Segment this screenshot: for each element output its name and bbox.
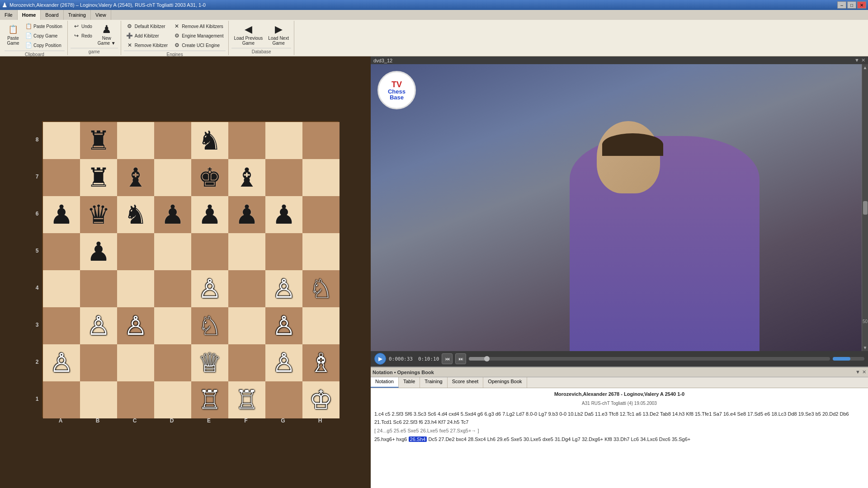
volume-bar[interactable]	[833, 357, 864, 361]
notation-tab-training[interactable]: Training	[420, 377, 447, 388]
square-a3[interactable]	[43, 307, 80, 344]
paste-game-button[interactable]: 📋 PasteGame	[5, 22, 22, 47]
square-c4[interactable]	[117, 270, 154, 307]
notation-close-icon[interactable]: ✕	[862, 369, 866, 375]
square-b7[interactable]: ♜	[80, 159, 117, 196]
new-game-button[interactable]: ♟ NewGame ▼	[95, 22, 118, 47]
create-uci-button[interactable]: ⚙ Create UCI Engine	[171, 41, 226, 50]
square-f7[interactable]: ♝	[228, 159, 265, 196]
square-d4[interactable]	[154, 270, 191, 307]
progress-bar[interactable]	[469, 357, 830, 361]
square-h4[interactable]: ♘	[302, 270, 340, 307]
remove-kibitzer-button[interactable]: ✕ Remove Kibitzer	[124, 41, 170, 50]
square-h5[interactable]	[302, 233, 340, 270]
square-g8[interactable]	[265, 122, 302, 159]
video-close-icon[interactable]: ✕	[861, 57, 865, 63]
square-d5[interactable]	[154, 233, 191, 270]
notation-content[interactable]: Morozevich,Alexander 2678 - Loginov,Vale…	[371, 388, 868, 488]
square-d6[interactable]: ♟	[154, 196, 191, 233]
square-b3[interactable]: ♙	[80, 307, 117, 344]
square-e7[interactable]: ♚	[191, 159, 228, 196]
square-d3[interactable]	[154, 307, 191, 344]
square-c5[interactable]	[117, 233, 154, 270]
square-f1[interactable]: ♖	[228, 381, 265, 418]
square-d2[interactable]	[154, 344, 191, 381]
square-d8[interactable]	[154, 122, 191, 159]
square-c8[interactable]	[117, 122, 154, 159]
square-b5[interactable]: ♟	[80, 233, 117, 270]
square-h1[interactable]: ♔	[302, 381, 340, 418]
notation-tab-table[interactable]: Table	[399, 377, 420, 388]
square-g2[interactable]: ♙	[265, 344, 302, 381]
square-c6[interactable]: ♞	[117, 196, 154, 233]
square-g6[interactable]: ♟	[265, 196, 302, 233]
square-h3[interactable]	[302, 307, 340, 344]
moves-part1[interactable]: 1.c4 c5 2.Sf3 Sf6 3.Sc3 Sc6 4.d4 cxd4 5.…	[374, 411, 849, 425]
tab-view[interactable]: View	[91, 10, 111, 20]
square-a4[interactable]	[43, 270, 80, 307]
square-h6[interactable]	[302, 196, 340, 233]
square-f4[interactable]	[228, 270, 265, 307]
scroll-down-icon[interactable]: 50	[863, 319, 868, 324]
square-e8[interactable]: ♞	[191, 122, 228, 159]
video-scrollbar[interactable]: ▲ 50 ▼	[862, 64, 868, 351]
square-c2[interactable]	[117, 344, 154, 381]
tab-training[interactable]: Training	[64, 10, 91, 20]
square-e5[interactable]	[191, 233, 228, 270]
tab-board[interactable]: Board	[41, 10, 63, 20]
square-f2[interactable]	[228, 344, 265, 381]
notation-tab-notation[interactable]: Notation	[371, 377, 399, 388]
square-g4[interactable]: ♙	[265, 270, 302, 307]
square-b8[interactable]: ♜	[80, 122, 117, 159]
square-b6[interactable]: ♛	[80, 196, 117, 233]
undo-button[interactable]: ↩ Undo	[71, 22, 94, 31]
notation-tab-scoresheet[interactable]: Score sheet	[448, 377, 484, 388]
square-h8[interactable]	[302, 122, 340, 159]
tab-home[interactable]: Home	[18, 10, 41, 20]
square-e1[interactable]: ♖	[191, 381, 228, 418]
square-h7[interactable]	[302, 159, 340, 196]
scroll-up-icon[interactable]: ▲	[863, 65, 868, 70]
copy-position-button[interactable]: 📄 Copy Position	[23, 41, 65, 50]
minimize-button[interactable]: –	[837, 1, 846, 9]
scroll-thumb[interactable]	[863, 201, 868, 215]
load-previous-button[interactable]: ◀ Load PreviousGame	[231, 22, 265, 47]
notation-dropdown-icon[interactable]: ▼	[855, 369, 860, 375]
fast-forward-button[interactable]: ⏭	[455, 353, 466, 364]
default-kibitzer-button[interactable]: ⚙ Default Kibitzer	[124, 22, 170, 31]
square-a2[interactable]: ♙	[43, 344, 80, 381]
square-b4[interactable]	[80, 270, 117, 307]
video-dropdown-icon[interactable]: ▼	[854, 57, 859, 63]
square-e2[interactable]: ♕	[191, 344, 228, 381]
redo-button[interactable]: ↪ Redo	[71, 31, 94, 40]
square-b1[interactable]	[80, 381, 117, 418]
square-c7[interactable]: ♝	[117, 159, 154, 196]
rewind-button[interactable]: ⏮	[442, 353, 453, 364]
square-d1[interactable]	[154, 381, 191, 418]
highlighted-move[interactable]: 26.Sh4	[409, 436, 427, 442]
load-next-button[interactable]: ▶ Load NextGame	[266, 22, 291, 47]
square-f8[interactable]	[228, 122, 265, 159]
play-button[interactable]: ▶	[374, 353, 386, 365]
square-f5[interactable]	[228, 233, 265, 270]
square-d7[interactable]	[154, 159, 191, 196]
paste-position-button[interactable]: 📋 Paste Position	[23, 22, 65, 31]
square-f3[interactable]	[228, 307, 265, 344]
square-e4[interactable]: ♙	[191, 270, 228, 307]
add-kibitzer-button[interactable]: ➕ Add Kibitzer	[124, 31, 170, 40]
close-button[interactable]: ✕	[857, 1, 866, 9]
square-g3[interactable]: ♙	[265, 307, 302, 344]
square-f6[interactable]: ♟	[228, 196, 265, 233]
notation-tab-openingsbook[interactable]: Openings Book	[483, 377, 527, 388]
square-e6[interactable]: ♟	[191, 196, 228, 233]
square-a8[interactable]	[43, 122, 80, 159]
copy-game-button[interactable]: 📄 Copy Game	[23, 31, 65, 40]
square-a1[interactable]	[43, 381, 80, 418]
square-g1[interactable]	[265, 381, 302, 418]
square-a7[interactable]	[43, 159, 80, 196]
square-g5[interactable]	[265, 233, 302, 270]
square-b2[interactable]	[80, 344, 117, 381]
square-a6[interactable]: ♟	[43, 196, 80, 233]
square-a5[interactable]	[43, 233, 80, 270]
tab-file[interactable]: File	[0, 10, 18, 20]
